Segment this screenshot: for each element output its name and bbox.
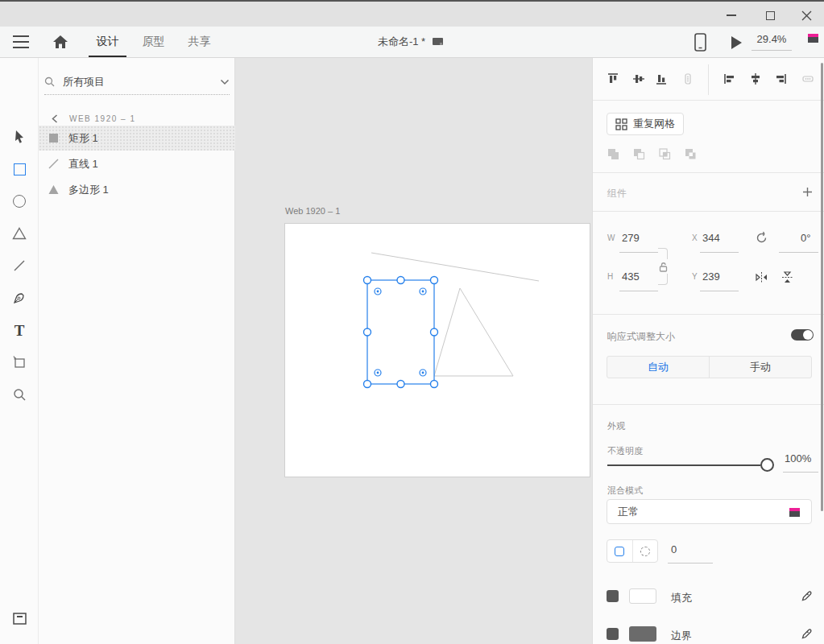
layer-item-rectangle[interactable]: 矩形 1: [39, 126, 235, 151]
width-input[interactable]: 279: [622, 232, 640, 244]
layers-panel: 所有项目 WEB 1920 – 1 矩形 1 直线 1 多边形 1: [39, 58, 235, 644]
chevron-down-icon: [220, 79, 230, 85]
chevron-left-icon: [52, 114, 58, 123]
fill-checkbox[interactable]: [607, 590, 619, 602]
polygon-tool-icon[interactable]: [0, 221, 39, 246]
home-icon[interactable]: [52, 33, 69, 54]
responsive-mode-segmented: 自动 手动: [607, 356, 812, 378]
boolean-intersect-icon[interactable]: [656, 145, 673, 163]
polygon-layer-icon: [48, 184, 59, 195]
align-right-icon[interactable]: [772, 70, 789, 88]
tab-prototype[interactable]: 原型: [135, 27, 172, 57]
distribute-horizontal-icon[interactable]: [799, 70, 817, 88]
border-color-swatch[interactable]: [629, 626, 656, 642]
properties-panel: 重复网格 组件 W 279 X 344 0° H 435 Y 239 响: [592, 58, 824, 644]
artboard-label[interactable]: Web 1920 – 1: [285, 206, 340, 216]
rectangle-shape[interactable]: [367, 280, 434, 384]
pen-tool-icon[interactable]: [0, 285, 39, 311]
minimize-icon[interactable]: [719, 5, 743, 26]
corner-radius-input[interactable]: 0: [671, 543, 677, 555]
width-label: W: [607, 233, 615, 242]
responsive-auto-button[interactable]: 自动: [607, 357, 710, 378]
line-shape[interactable]: [371, 253, 539, 281]
opacity-slider-track[interactable]: [607, 464, 760, 466]
align-left-icon[interactable]: [721, 70, 739, 88]
rectangle-layer-icon: [48, 133, 59, 143]
y-input[interactable]: 239: [702, 270, 720, 283]
hamburger-icon[interactable]: [13, 35, 29, 48]
document-status-icon: [433, 38, 444, 47]
repeat-grid-button[interactable]: 重复网格: [607, 113, 684, 135]
zoom-tool-icon[interactable]: [0, 382, 39, 407]
component-label: 组件: [607, 187, 627, 200]
select-tool-icon[interactable]: [0, 124, 39, 150]
project-filter[interactable]: 所有项目: [44, 69, 230, 95]
tab-design[interactable]: 设计: [89, 27, 126, 57]
individual-radius-icon[interactable]: [633, 540, 658, 562]
maximize-icon[interactable]: [758, 5, 782, 26]
play-icon[interactable]: [731, 36, 742, 49]
tool-strip: T: [0, 58, 39, 644]
tab-share[interactable]: 共享: [180, 27, 218, 57]
flip-horizontal-icon[interactable]: [752, 268, 770, 286]
boolean-union-icon[interactable]: [604, 145, 622, 163]
polygon-shape[interactable]: [434, 288, 513, 376]
opacity-slider-knob[interactable]: [760, 458, 774, 472]
responsive-manual-button[interactable]: 手动: [710, 357, 811, 378]
rotation-input[interactable]: 0°: [801, 232, 810, 244]
height-input[interactable]: 435: [622, 270, 640, 283]
window-titlebar: [0, 0, 824, 27]
document-title: 未命名-1 *: [346, 27, 475, 57]
distribute-vertical-icon[interactable]: [679, 70, 697, 88]
rotation-icon[interactable]: [752, 229, 770, 246]
canvas[interactable]: Web 1920 – 1: [235, 58, 592, 644]
fill-label: 填充: [671, 591, 692, 605]
line-layer-icon: [48, 159, 59, 169]
layers-panel-icon[interactable]: [0, 637, 39, 644]
artboard[interactable]: [284, 223, 590, 477]
text-tool-icon[interactable]: T: [0, 317, 39, 343]
ellipse-tool-icon[interactable]: [0, 188, 39, 214]
border-label: 边界: [671, 629, 692, 643]
opacity-value[interactable]: 100%: [785, 452, 811, 464]
align-vertical-center-icon[interactable]: [630, 70, 648, 88]
search-icon: [44, 76, 55, 87]
uniform-radius-icon[interactable]: [607, 540, 633, 562]
device-preview-icon[interactable]: [694, 33, 706, 55]
close-icon[interactable]: [794, 5, 818, 26]
y-label: Y: [692, 272, 698, 281]
border-checkbox[interactable]: [607, 628, 619, 640]
zoom-level-input[interactable]: 29.4%: [752, 33, 792, 51]
blend-mode-label: 混合模式: [607, 485, 643, 497]
flip-vertical-icon[interactable]: [778, 268, 796, 286]
x-input[interactable]: 344: [702, 232, 720, 244]
lock-ratio-icon[interactable]: [656, 259, 669, 274]
repeat-grid-icon: [615, 118, 627, 130]
x-label: X: [692, 233, 698, 242]
artboard-tool-icon[interactable]: [0, 349, 39, 375]
alignment-divider: [708, 64, 709, 95]
boolean-subtract-icon[interactable]: [630, 145, 648, 163]
sync-badge-icon[interactable]: [808, 34, 818, 43]
responsive-resize-label: 响应式调整大小: [607, 330, 675, 344]
breadcrumb-label: WEB 1920 – 1: [69, 114, 135, 123]
project-filter-label: 所有项目: [63, 75, 220, 89]
layer-item-polygon[interactable]: 多边形 1: [39, 177, 235, 202]
rectangle-tool-icon[interactable]: [0, 156, 39, 182]
line-tool-icon[interactable]: [0, 253, 39, 279]
artboard-shapes: [285, 224, 590, 477]
add-component-icon[interactable]: [798, 183, 816, 200]
fill-color-swatch[interactable]: [629, 588, 656, 604]
panel-scrollbar[interactable]: [821, 63, 823, 511]
border-eyedropper-icon[interactable]: [797, 625, 814, 643]
layer-item-line[interactable]: 直线 1: [39, 151, 235, 176]
responsive-resize-toggle[interactable]: [791, 329, 814, 341]
assets-panel-icon[interactable]: [0, 605, 39, 631]
fill-eyedropper-icon[interactable]: [797, 588, 814, 605]
blend-mode-dropdown[interactable]: 正常: [607, 499, 812, 524]
align-bottom-icon[interactable]: [652, 70, 670, 88]
align-horizontal-center-icon[interactable]: [747, 70, 764, 88]
align-top-icon[interactable]: [604, 70, 622, 88]
boolean-exclude-icon[interactable]: [681, 145, 699, 163]
main-toolbar: 设计 原型 共享 未命名-1 * 29.4%: [0, 27, 824, 58]
